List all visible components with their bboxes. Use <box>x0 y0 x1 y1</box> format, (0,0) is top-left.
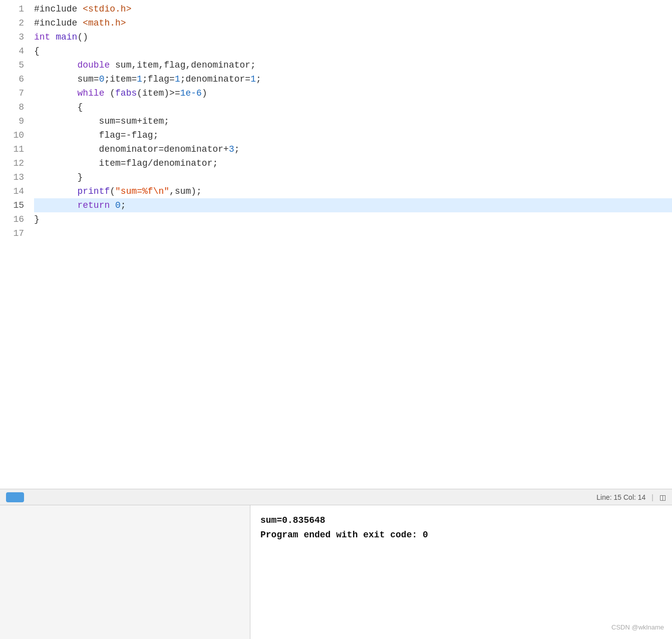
run-button[interactable] <box>6 492 24 502</box>
code-line-15: return 0; <box>34 198 672 212</box>
line-number-1: 1 <box>0 2 30 16</box>
status-bar: Line: 15 Col: 14 | ◫ <box>0 489 672 505</box>
code-line-9: sum=sum+item; <box>34 114 672 128</box>
code-line-1: #include <stdio.h> <box>34 2 672 16</box>
code-container: 1234567891011121314151617 #include <stdi… <box>0 0 672 489</box>
code-line-10: flag=-flag; <box>34 128 672 142</box>
line-number-13: 13 <box>0 170 30 184</box>
code-line-6: sum=0;item=1;flag=1;denominator=1; <box>34 72 672 86</box>
line-number-16: 16 <box>0 212 30 226</box>
code-line-12: item=flag/denominator; <box>34 156 672 170</box>
watermark: CSDN @wklname <box>611 623 664 631</box>
status-left <box>6 492 24 502</box>
line-number-14: 14 <box>0 184 30 198</box>
code-line-17 <box>34 226 672 240</box>
line-number-10: 10 <box>0 128 30 142</box>
code-line-13: } <box>34 170 672 184</box>
status-right: Line: 15 Col: 14 | ◫ <box>596 493 666 501</box>
line-number-4: 4 <box>0 44 30 58</box>
editor-area: 1234567891011121314151617 #include <stdi… <box>0 0 672 489</box>
line-number-6: 6 <box>0 72 30 86</box>
line-numbers: 1234567891011121314151617 <box>0 0 30 489</box>
code-line-11: denominator=denominator+3; <box>34 142 672 156</box>
output-area: sum=0.835648 Program ended with exit cod… <box>0 505 672 639</box>
line-number-12: 12 <box>0 156 30 170</box>
line-number-2: 2 <box>0 16 30 30</box>
output-line1: sum=0.835648 <box>260 513 662 528</box>
separator: | <box>651 493 653 501</box>
line-number-17: 17 <box>0 226 30 240</box>
line-number-9: 9 <box>0 114 30 128</box>
line-number-3: 3 <box>0 30 30 44</box>
code-line-2: #include <math.h> <box>34 16 672 30</box>
line-number-5: 5 <box>0 58 30 72</box>
output-right-panel: sum=0.835648 Program ended with exit cod… <box>250 505 672 639</box>
output-text: sum=0.835648 Program ended with exit cod… <box>260 513 662 542</box>
code-line-4: { <box>34 44 672 58</box>
window-icon: ◫ <box>659 493 666 501</box>
code-line-7: while (fabs(item)>=1e-6) <box>34 86 672 100</box>
line-indicator: Line: 15 Col: 14 <box>596 493 645 501</box>
code-line-8: { <box>34 100 672 114</box>
output-line2: Program ended with exit code: 0 <box>260 528 662 542</box>
code-lines[interactable]: #include <stdio.h>#include <math.h>int m… <box>30 0 672 489</box>
line-number-11: 11 <box>0 142 30 156</box>
code-line-14: printf("sum=%f\n",sum); <box>34 184 672 198</box>
code-line-16: } <box>34 212 672 226</box>
code-line-3: int main() <box>34 30 672 44</box>
output-left-panel <box>0 505 250 639</box>
code-line-5: double sum,item,flag,denominator; <box>34 58 672 72</box>
line-number-15: 15 <box>0 198 30 212</box>
line-number-8: 8 <box>0 100 30 114</box>
line-number-7: 7 <box>0 86 30 100</box>
